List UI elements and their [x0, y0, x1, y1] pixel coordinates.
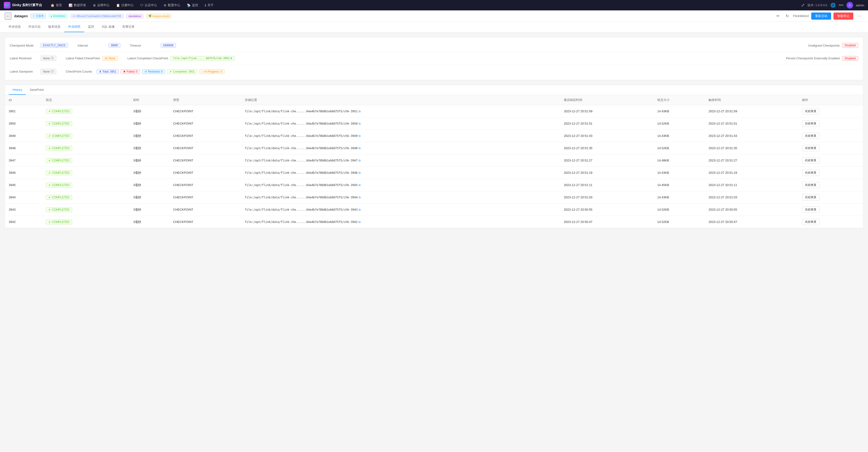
copy-path-icon[interactable]: ⧉: [230, 57, 232, 60]
cell-status-8: ✔ COMPLETED: [42, 203, 129, 216]
unaligned-value: Disabled: [842, 43, 858, 48]
counts-row: ⬇ Total: 3951 ✖ Failed: 0 ↺ Restored: 0 …: [96, 69, 225, 74]
failed-count-badge: ✖ Failed: 0: [121, 69, 140, 74]
minus-icon[interactable]: ➖: [838, 3, 844, 8]
hash-badge: 🏷 495c4e271dc64a4b7e78b8b1eb8d75f5: [70, 14, 123, 18]
back-button[interactable]: ←: [5, 12, 11, 20]
cell-action-8: 此处恢复: [798, 203, 863, 216]
copy-storage-icon-1[interactable]: ⧉: [359, 122, 361, 125]
restore-button-5[interactable]: 此处恢复: [802, 169, 819, 176]
restore-button-9[interactable]: 此处恢复: [802, 219, 819, 225]
cell-state-size-7: 14.43KB: [653, 191, 705, 203]
user-avatar[interactable]: A: [846, 2, 853, 8]
restore-button-2[interactable]: 此处恢复: [802, 133, 819, 139]
copy-storage-icon-0[interactable]: ⧉: [359, 110, 361, 113]
cell-duration-5: 3毫秒: [129, 167, 169, 179]
cell-trigger-time-3: 2023-12-27 20:51:35: [705, 142, 798, 154]
savepoint-tab[interactable]: SavePoint: [26, 85, 47, 95]
cell-storage-1: file:/opt/flink/data/flink-che......64a4…: [241, 118, 560, 130]
tab-sql-lineage[interactable]: SQL 血缘: [98, 22, 119, 32]
download-icon: ⬇: [99, 70, 101, 73]
interval-item: Interval 8000: [78, 43, 120, 48]
restore-button-4[interactable]: 此处恢复: [802, 157, 819, 164]
progress-count-badge: ○ In Progress: 0: [199, 69, 225, 74]
nav-ops[interactable]: 🖥 运维中心: [90, 0, 112, 10]
cell-last-response-9: 2023-12-27 20:50:47: [560, 216, 653, 228]
cell-id-6: 3945: [5, 179, 42, 191]
flink-webui-button[interactable]: FlinkWebUI: [793, 14, 809, 18]
cell-last-response-5: 2023-12-27 20:51:19: [560, 167, 653, 179]
cell-trigger-time-9: 2023-12-27 20:50:47: [705, 216, 798, 228]
check-circle-icon: ✔: [49, 208, 51, 211]
info-icon: ⓘ: [51, 56, 54, 60]
cell-status-6: ✔ COMPLETED: [42, 179, 129, 191]
latest-restored-item: Latest Restored None ⓘ: [10, 56, 56, 61]
stop-button[interactable]: 智能停止: [834, 12, 853, 20]
copy-storage-icon-2[interactable]: ⧉: [359, 134, 361, 137]
copy-storage-icon-3[interactable]: ⧉: [359, 147, 361, 150]
cell-last-response-7: 2023-12-27 20:51:03: [560, 191, 653, 203]
tab-alert-record[interactable]: 告警记录: [119, 22, 138, 32]
nav-about[interactable]: ℹ 关于: [202, 0, 216, 10]
globe-icon[interactable]: 🌐: [830, 3, 836, 8]
nav-registry[interactable]: 📋 注册中心: [113, 0, 136, 10]
nav-auth[interactable]: 🛡 认证中心: [137, 0, 160, 10]
cell-state-size-6: 14.45KB: [653, 179, 705, 191]
tag-icon: 🏷: [72, 15, 75, 18]
restart-button[interactable]: 重新启动: [811, 12, 831, 20]
cell-storage-2: file:/opt/flink/data/flink-che......64a4…: [241, 130, 560, 142]
cell-trigger-time-4: 2023-12-27 20:51:27: [705, 154, 798, 167]
cell-duration-3: 3毫秒: [129, 142, 169, 154]
info-divider-1: [10, 52, 858, 52]
restore-button-0[interactable]: 此处恢复: [802, 108, 819, 115]
tab-job-info[interactable]: 作业信息: [5, 22, 25, 32]
cell-status-5: ✔ COMPLETED: [42, 167, 129, 179]
status-badge-8: ✔ COMPLETED: [46, 207, 72, 212]
job-name: datagen: [14, 14, 28, 18]
copy-storage-icon-7[interactable]: ⧉: [359, 196, 361, 199]
app-logo[interactable]: 🐦 Dinky 实时计算平台: [4, 2, 42, 8]
checkpoint-table: ID 状态 耗时 类型 存储位置 最后响应时间 状态大小 触发时间 操作 395…: [5, 95, 863, 228]
expand-icon[interactable]: ⤢: [801, 3, 805, 8]
cell-trigger-time-7: 2023-12-27 20:51:03: [705, 191, 798, 203]
unaligned-checkpoints-item: Unaligned Checkpoints Disabled: [808, 43, 858, 48]
status-badge-1: ✔ COMPLETED: [46, 121, 72, 126]
restore-button-7[interactable]: 此处恢复: [802, 194, 819, 200]
cell-trigger-time-5: 2023-12-27 20:51:19: [705, 167, 798, 179]
copy-storage-icon-6[interactable]: ⧉: [359, 184, 361, 187]
restore-button-6[interactable]: 此处恢复: [802, 182, 819, 188]
nav-monitor[interactable]: 📡 监控: [184, 0, 201, 10]
cell-state-size-8: 14.52KB: [653, 203, 705, 216]
restore-button-8[interactable]: 此处恢复: [802, 206, 819, 213]
tab-monitor[interactable]: 监控: [84, 22, 98, 32]
table-row: 3948 ✔ COMPLETED 3毫秒 CHECKPOINT file:/op…: [5, 142, 863, 154]
cell-type-9: CHECKPOINT: [169, 216, 241, 228]
copy-storage-icon-5[interactable]: ⧉: [359, 171, 361, 174]
restore-button-3[interactable]: 此处恢复: [802, 145, 819, 151]
tab-job-log[interactable]: 作业日志: [25, 22, 44, 32]
history-tab[interactable]: History: [9, 85, 26, 95]
nav-data-dev[interactable]: 📊 数据开发: [66, 0, 89, 10]
home-icon: 🏠: [51, 4, 54, 7]
copy-storage-icon-4[interactable]: ⧉: [359, 159, 361, 162]
data-dev-icon: 📊: [69, 4, 72, 7]
check-circle-icon: ✔: [49, 220, 51, 224]
restore-button-1[interactable]: 此处恢复: [802, 120, 819, 127]
table-row: 3949 ✔ COMPLETED 3毫秒 CHECKPOINT file:/op…: [5, 130, 863, 142]
tab-version-info[interactable]: 版本信息: [44, 22, 64, 32]
refresh-button[interactable]: ↻: [784, 13, 790, 19]
nav-home[interactable]: 🏠 首页: [48, 0, 65, 10]
cell-last-response-1: 2023-12-27 20:51:51: [560, 118, 653, 130]
cell-state-size-3: 14.52KB: [653, 142, 705, 154]
more-button[interactable]: ⋯: [856, 13, 863, 19]
edit-button[interactable]: ✏: [775, 13, 781, 19]
tab-job-snapshot[interactable]: 作业快照: [64, 22, 84, 32]
checkpoint-info-row-3: Latest Savepoint None ⓘ CheckPoint Count…: [10, 67, 858, 76]
table-row: 3942 ✔ COMPLETED 3毫秒 CHECKPOINT file:/op…: [5, 216, 863, 228]
copy-storage-icon-9[interactable]: ⧉: [359, 220, 361, 224]
cell-state-size-4: 14.48KB: [653, 154, 705, 167]
nav-config[interactable]: ⚙ 配置中心: [161, 0, 183, 10]
copy-storage-icon-8[interactable]: ⧉: [359, 208, 361, 211]
latest-failed-item: Latest Failed CheckPoint id: None: [66, 56, 118, 61]
status-badge-0: ✔ COMPLETED: [46, 109, 72, 114]
